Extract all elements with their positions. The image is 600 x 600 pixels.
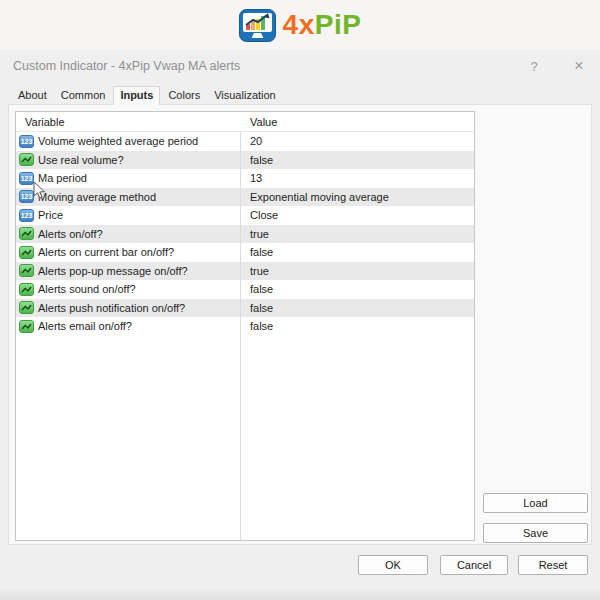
tab-common[interactable]: Common <box>55 86 112 105</box>
variable-cell: 123Volume weighted average period <box>16 135 240 148</box>
variable-cell: Alerts on/off? <box>16 227 240 240</box>
bottom-shade <box>0 588 600 600</box>
value-cell[interactable]: false <box>240 283 474 295</box>
variable-cell: 123Moving average method <box>16 190 240 203</box>
variable-label: Volume weighted average period <box>38 135 198 147</box>
variable-cell: Alerts on current bar on/off? <box>16 246 240 259</box>
boolean-input-icon <box>19 246 34 259</box>
table-row[interactable]: 123Ma period13 <box>16 169 474 188</box>
tab-about[interactable]: About <box>12 86 53 105</box>
dialog-titlebar: Custom Indicator - 4xPip Vwap MA alerts … <box>0 50 600 82</box>
logo-text-4x: 4x <box>283 9 315 40</box>
column-divider[interactable] <box>240 112 241 540</box>
value-cell[interactable]: true <box>240 228 474 240</box>
numeric-input-icon: 123 <box>19 190 34 203</box>
variable-label: Alerts push notification on/off? <box>38 302 185 314</box>
inputs-table: Variable Value 123Volume weighted averag… <box>15 111 475 541</box>
variable-cell: 123Ma period <box>16 172 240 185</box>
screenshot-root: 4xPiP Custom Indicator - 4xPip Vwap MA a… <box>0 0 600 600</box>
value-cell[interactable]: false <box>240 302 474 314</box>
tab-visualization[interactable]: Visualization <box>208 86 282 105</box>
inputs-panel: Variable Value 123Volume weighted averag… <box>8 104 592 545</box>
value-cell[interactable]: true <box>240 265 474 277</box>
variable-label: Alerts sound on/off? <box>38 283 136 295</box>
save-button[interactable]: Save <box>483 523 588 543</box>
value-cell[interactable]: false <box>240 246 474 258</box>
variable-cell: Use real volume? <box>16 153 240 166</box>
variable-label: Alerts on current bar on/off? <box>38 246 174 258</box>
column-header-variable: Variable <box>16 116 240 128</box>
table-header: Variable Value <box>16 112 474 132</box>
tab-colors[interactable]: Colors <box>162 86 206 105</box>
variable-cell: 123Price <box>16 209 240 222</box>
boolean-input-icon <box>19 320 34 333</box>
logo-text-pip: PiP <box>315 9 362 40</box>
variable-label: Alerts email on/off? <box>38 320 132 332</box>
variable-label: Alerts pop-up message on/off? <box>38 265 188 277</box>
variable-cell: Alerts email on/off? <box>16 320 240 333</box>
ok-button[interactable]: OK <box>358 555 428 575</box>
table-row[interactable]: Alerts on/off?true <box>16 225 474 244</box>
variable-label: Moving average method <box>38 191 156 203</box>
table-row[interactable]: Alerts on current bar on/off?false <box>16 243 474 262</box>
table-row[interactable]: Alerts push notification on/off?false <box>16 299 474 318</box>
value-cell[interactable]: 20 <box>240 135 474 147</box>
boolean-input-icon <box>19 264 34 277</box>
cancel-button[interactable]: Cancel <box>440 555 508 575</box>
boolean-input-icon <box>19 227 34 240</box>
logo-text: 4xPiP <box>283 9 362 41</box>
boolean-input-icon <box>19 153 34 166</box>
numeric-input-icon: 123 <box>19 209 34 222</box>
logo-bar: 4xPiP <box>0 0 600 50</box>
table-row[interactable]: Use real volume?false <box>16 151 474 170</box>
variable-label: Price <box>38 209 63 221</box>
numeric-input-icon: 123 <box>19 135 34 148</box>
load-button[interactable]: Load <box>483 493 588 513</box>
variable-cell: Alerts sound on/off? <box>16 283 240 296</box>
column-header-value: Value <box>240 116 277 128</box>
variable-label: Use real volume? <box>38 154 124 166</box>
reset-button[interactable]: Reset <box>518 555 588 575</box>
chart-monitor-icon <box>239 9 276 42</box>
value-cell[interactable]: false <box>240 154 474 166</box>
table-row[interactable]: 123PriceClose <box>16 206 474 225</box>
boolean-input-icon <box>19 283 34 296</box>
tab-bar: AboutCommonInputsColorsVisualization <box>12 86 282 105</box>
value-cell[interactable]: Close <box>240 209 474 221</box>
table-body: 123Volume weighted average period20Use r… <box>16 132 474 336</box>
tab-inputs[interactable]: Inputs <box>113 86 160 105</box>
table-row[interactable]: Alerts sound on/off?false <box>16 280 474 299</box>
table-row[interactable]: 123Volume weighted average period20 <box>16 132 474 151</box>
table-row[interactable]: Alerts email on/off?false <box>16 317 474 336</box>
value-cell[interactable]: Exponential moving average <box>240 191 474 203</box>
variable-label: Alerts on/off? <box>38 228 103 240</box>
variable-cell: Alerts pop-up message on/off? <box>16 264 240 277</box>
close-icon[interactable]: × <box>571 57 587 75</box>
value-cell[interactable]: false <box>240 320 474 332</box>
boolean-input-icon <box>19 301 34 314</box>
value-cell[interactable]: 13 <box>240 172 474 184</box>
mouse-cursor <box>33 181 46 200</box>
table-row[interactable]: Alerts pop-up message on/off?true <box>16 262 474 281</box>
variable-cell: Alerts push notification on/off? <box>16 301 240 314</box>
numeric-input-icon: 123 <box>19 172 34 185</box>
table-row[interactable]: 123Moving average methodExponential movi… <box>16 188 474 207</box>
dialog-title: Custom Indicator - 4xPip Vwap MA alerts <box>13 59 527 73</box>
help-icon[interactable]: ? <box>527 59 541 74</box>
